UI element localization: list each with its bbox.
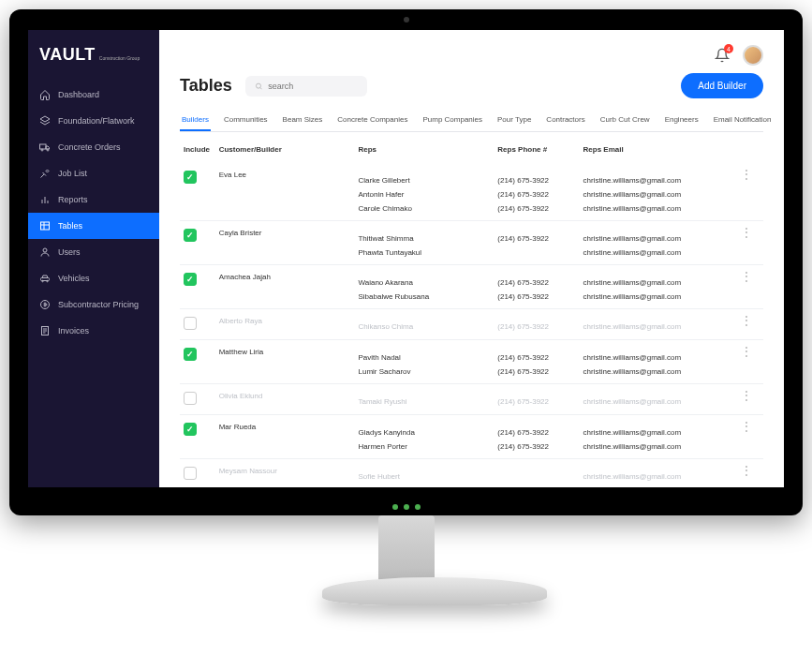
topbar: 4	[180, 45, 763, 66]
cell-phone: (214) 675-3922	[497, 229, 583, 257]
tabs: BuildersCommunitiesBeam SizesConcrete Co…	[180, 110, 763, 132]
search-input[interactable]	[268, 82, 357, 91]
notif-count: 4	[724, 44, 733, 53]
sidebar-item-label: Dashboard	[58, 90, 99, 99]
row-actions-button[interactable]: ⋮	[741, 464, 752, 477]
sidebar-item-concrete-orders[interactable]: Concrete Orders	[28, 134, 159, 160]
sidebar-item-users[interactable]: Users	[28, 239, 159, 265]
cell-reps: Pavith NadalLumir Sacharov	[358, 348, 497, 376]
cell-reps: Thitiwat ShimmaPhawta Tuntayakul	[358, 229, 497, 257]
include-checkbox[interactable]	[184, 171, 197, 184]
tab-engineers[interactable]: Engineers	[663, 110, 701, 131]
chart-icon	[39, 194, 51, 205]
sidebar-item-label: Concrete Orders	[58, 142, 121, 152]
include-checkbox[interactable]	[184, 229, 197, 242]
svg-rect-0	[40, 144, 47, 149]
cell-customer: Mar Rueda	[219, 423, 359, 451]
cell-customer: Meysam Nassour	[219, 467, 359, 482]
tab-beam-sizes[interactable]: Beam Sizes	[281, 110, 325, 131]
cell-email: christine.williams@gmail.com	[583, 317, 742, 332]
tab-concrete-companies[interactable]: Concrete Companies	[335, 110, 409, 131]
cell-customer: Olivia Eklund	[219, 392, 359, 407]
add-builder-button[interactable]: Add Builder	[681, 73, 763, 98]
table-row: Olivia EklundTamaki Ryushi(214) 675-3922…	[180, 384, 763, 415]
include-checkbox[interactable]	[184, 273, 197, 286]
row-actions-button[interactable]: ⋮	[741, 420, 752, 433]
cell-customer: Eva Lee	[219, 171, 359, 213]
svg-point-1	[41, 149, 43, 151]
row-actions-button[interactable]: ⋮	[741, 168, 752, 181]
cell-phone: (214) 675-3922(214) 675-3922(214) 675-39…	[497, 171, 583, 213]
cell-reps: Waiano AkaranaSibabalwe Rubusana	[358, 273, 497, 301]
sidebar-item-label: Foundation/Flatwork	[58, 116, 135, 126]
sidebar-item-label: Vehicles	[58, 274, 90, 283]
row-actions-button[interactable]: ⋮	[741, 270, 752, 283]
cell-email: christine.williams@gmail.comchristine.wi…	[583, 229, 742, 257]
cell-reps: Tamaki Ryushi	[358, 392, 497, 407]
brand-sub: Construction Group	[99, 55, 140, 61]
avatar[interactable]	[743, 45, 763, 66]
table-header: Include Customer/Builder Reps Reps Phone…	[180, 136, 763, 163]
brand-name: VAULT	[39, 45, 96, 65]
sidebar-item-subcontractor-pricing[interactable]: Subcontractor Pricing	[28, 291, 159, 318]
row-actions-button[interactable]: ⋮	[741, 314, 752, 327]
search-box[interactable]	[245, 76, 367, 97]
brand-logo: VAULT Construction Group	[28, 30, 159, 82]
cell-email: christine.williams@gmail.comchristine.wi…	[583, 273, 742, 301]
cell-phone: (214) 675-3922	[497, 392, 583, 407]
row-actions-button[interactable]: ⋮	[741, 226, 752, 239]
pricing-icon	[39, 299, 51, 310]
table-icon	[39, 220, 51, 231]
tab-curb-cut-crew[interactable]: Curb Cut Crew	[598, 110, 652, 131]
cell-customer: Alberto Raya	[219, 317, 359, 332]
row-actions-button[interactable]: ⋮	[741, 345, 752, 358]
table-row: Matthew LiriaPavith NadalLumir Sacharov(…	[180, 340, 763, 384]
notifications-button[interactable]: 4	[715, 48, 730, 63]
tab-communities[interactable]: Communities	[222, 110, 270, 131]
col-customer[interactable]: Customer/Builder	[219, 145, 359, 154]
col-reps[interactable]: Reps	[358, 145, 497, 154]
sidebar-item-invoices[interactable]: Invoices	[28, 318, 159, 344]
sidebar-item-vehicles[interactable]: Vehicles	[28, 265, 159, 291]
col-include[interactable]: Include	[184, 145, 219, 154]
svg-point-18	[256, 83, 260, 88]
cell-phone: (214) 675-3922(214) 675-3922	[497, 423, 583, 451]
sidebar: VAULT Construction Group DashboardFounda…	[28, 30, 159, 487]
svg-point-9	[43, 248, 47, 252]
svg-point-2	[47, 149, 49, 151]
table-row: Eva LeeClarke GillebertAntonin HaferCaro…	[180, 163, 763, 221]
include-checkbox[interactable]	[184, 317, 197, 330]
sidebar-item-job-list[interactable]: Job List	[28, 160, 159, 186]
tab-pump-companies[interactable]: Pump Companies	[421, 110, 484, 131]
monitor-leds	[392, 504, 421, 510]
col-phone[interactable]: Reps Phone #	[497, 145, 583, 154]
tab-contractors[interactable]: Contractors	[544, 110, 586, 131]
sidebar-item-label: Reports	[58, 195, 88, 204]
table-row: Amachea JajahWaiano AkaranaSibabalwe Rub…	[180, 265, 763, 309]
home-icon	[39, 89, 51, 100]
sidebar-item-reports[interactable]: Reports	[28, 186, 159, 213]
include-checkbox[interactable]	[184, 467, 197, 480]
cell-email: christine.williams@gmail.com	[583, 467, 742, 482]
include-checkbox[interactable]	[184, 423, 197, 436]
include-checkbox[interactable]	[184, 348, 197, 361]
invoice-icon	[39, 325, 51, 336]
table-row: Mar RuedaGladys KanyindaHarmen Porter(21…	[180, 415, 763, 459]
tab-email-notification[interactable]: Email Notification	[712, 110, 774, 131]
truck-icon	[39, 142, 51, 153]
row-actions-button[interactable]: ⋮	[741, 389, 752, 402]
include-checkbox[interactable]	[184, 392, 197, 405]
col-email[interactable]: Reps Email	[583, 145, 742, 154]
sidebar-item-label: Job List	[58, 169, 87, 178]
cell-customer: Amachea Jajah	[219, 273, 359, 301]
sidebar-item-foundation-flatwork[interactable]: Foundation/Flatwork	[28, 108, 159, 134]
svg-line-19	[260, 87, 262, 89]
cell-customer: Matthew Liria	[219, 348, 359, 376]
sidebar-item-dashboard[interactable]: Dashboard	[28, 82, 159, 108]
tab-pour-type[interactable]: Pour Type	[495, 110, 533, 131]
cell-email: christine.williams@gmail.comchristine.wi…	[583, 171, 742, 213]
tab-builders[interactable]: Builders	[180, 110, 211, 131]
table-row: Meysam NassourSofie Hubertchristine.will…	[180, 459, 763, 487]
sidebar-item-tables[interactable]: Tables	[28, 213, 159, 239]
search-icon	[255, 82, 263, 91]
